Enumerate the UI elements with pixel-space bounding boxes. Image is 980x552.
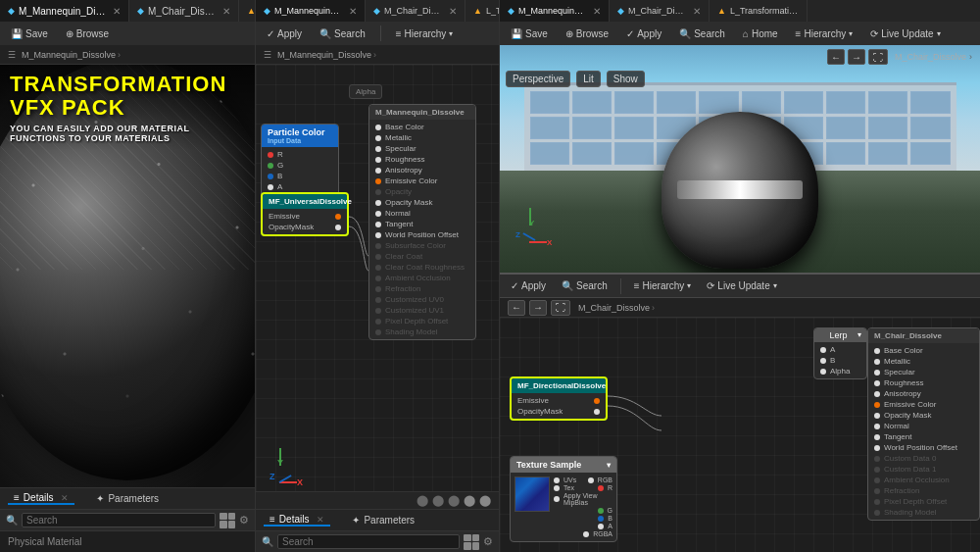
- nav-fwd-btn[interactable]: →: [848, 49, 865, 65]
- node-graph-right[interactable]: Lerp ▾ A B Alpha M_Chair_Dissolve: [500, 318, 980, 552]
- grid-view-btn-mid[interactable]: [464, 534, 479, 550]
- promo-subtitle: YOU CAN EASILY ADD OUR MATERIAL FUNCTION…: [10, 124, 245, 143]
- m-chair-node[interactable]: M_Chair_Dissolve Base Color Metallic Spe…: [867, 327, 980, 521]
- m-mannequin-header: M_Mannequin_Dissolve: [369, 105, 475, 120]
- details-tab-mid[interactable]: ≡ Details ✕: [264, 514, 330, 527]
- chair-refract: Refraction: [868, 485, 979, 496]
- alpha-label: Alpha: [356, 87, 375, 96]
- dot-c-spec: [874, 370, 880, 376]
- tab-vfx-mid[interactable]: ▲ L_TransformationVFX: [466, 0, 500, 22]
- output-roughness: Roughness: [369, 154, 475, 165]
- nav-back-br[interactable]: ←: [508, 300, 525, 316]
- dot-bc: [375, 125, 381, 130]
- tab-mannequin-mid[interactable]: ◆ M_Mannequin_Dissolve ✕: [256, 0, 366, 22]
- tab-close-right-1[interactable]: ✕: [593, 6, 601, 17]
- nav-back-btn[interactable]: ←: [827, 49, 845, 65]
- icon-circle-1[interactable]: ⬤: [416, 494, 428, 507]
- icon-circle-2[interactable]: ⬤: [432, 494, 444, 507]
- tab-close-right-2[interactable]: ✕: [693, 6, 701, 17]
- tex-rgba-out: RGBA: [583, 530, 612, 537]
- search-button-right[interactable]: 🔍 Search: [674, 26, 730, 41]
- search-row-left: 🔍 ⚙: [0, 509, 255, 530]
- tab-chair-right[interactable]: ◆ M_Chair_Dissolve ✕: [610, 0, 710, 22]
- search-btn-bottom-right[interactable]: 🔍 Search: [557, 278, 612, 293]
- lerp-title: Lerp: [829, 330, 847, 340]
- dot-opm: [375, 200, 381, 206]
- apply-button-right[interactable]: ✓ Apply: [621, 26, 666, 41]
- hierarchy-btn-br[interactable]: ≡ Hierarchy ▾: [629, 278, 697, 293]
- live-update-btn-right[interactable]: ⟳ Live Update ▾: [865, 26, 945, 41]
- right-top-toolbar: 💾 Save ⊕ Browse ✓ Apply 🔍 Search ⌂ H: [500, 22, 980, 45]
- node-graph-left[interactable]: Alpha Particle Color Input Data R G B A …: [256, 65, 499, 509]
- hierarchy-btn-right[interactable]: ≡ Hierarchy ▾: [791, 26, 858, 41]
- tab-vfx-right[interactable]: ▲ L_TransformationVFX: [710, 0, 808, 22]
- perspective-button[interactable]: Perspective: [506, 71, 570, 87]
- mf-directional-node[interactable]: MF_DirectionalDissolve Emissive OpacityM…: [510, 376, 608, 421]
- mf-directional-header: MF_DirectionalDissolve: [512, 378, 606, 393]
- viewport-3d[interactable]: Perspective Lit Show ← → ⛶ M_Chair_Disso…: [500, 45, 980, 273]
- tab-chair-dissolve-left[interactable]: ◆ M_Chair_Dissolve ✕: [129, 0, 239, 22]
- tab-mannequin-dissolve-left[interactable]: ◆ M_Mannequin_Dissolve ✕: [0, 0, 129, 22]
- parameters-tab-left[interactable]: ✦ Parameters: [90, 493, 165, 504]
- tab-chair-mid[interactable]: ◆ M_Chair_Dissolve ✕: [366, 0, 466, 22]
- icon-circle-3[interactable]: ⬤: [448, 494, 460, 507]
- texture-sample-node[interactable]: Texture Sample ▾ UVsRGB TexR Apply View …: [510, 456, 617, 542]
- search-button-mid[interactable]: 🔍 Search: [315, 26, 370, 41]
- grid-cell-mid-4: [472, 542, 480, 550]
- parameters-tab-mid[interactable]: ✦ Parameters: [346, 515, 420, 526]
- tab-close-mid-1[interactable]: ✕: [349, 6, 357, 17]
- mf-universal-node[interactable]: MF_UniversalDissolve Emissive OpacityMas…: [261, 192, 349, 236]
- browse-button-right[interactable]: ⊕ Browse: [561, 26, 613, 41]
- window-pane: [910, 142, 950, 165]
- lerp-node[interactable]: Lerp ▾ A B Alpha: [813, 327, 867, 379]
- apply-button-mid[interactable]: ✓ Apply: [262, 26, 307, 41]
- nav-fwd-br[interactable]: →: [529, 300, 547, 316]
- breadcrumb-label-br: M_Chair_Dissolve: [578, 303, 650, 313]
- details-icon-left: ≡: [14, 492, 20, 503]
- settings-icon-left[interactable]: ⚙: [239, 514, 249, 527]
- icon-circle-4[interactable]: ⬤: [464, 494, 475, 507]
- m-mannequin-node[interactable]: M_Mannequin_Dissolve Base Color Metallic…: [368, 104, 476, 340]
- bottom-tab-bar-mid: ≡ Details ✕ ✦ Parameters: [256, 509, 499, 530]
- save-button-right[interactable]: 💾 Save: [506, 26, 553, 41]
- lit-button[interactable]: Lit: [576, 71, 601, 87]
- details-tab-left[interactable]: ≡ Details ✕: [8, 492, 74, 505]
- search-label-br: Search: [576, 280, 608, 291]
- tab-close-mid-2[interactable]: ✕: [449, 6, 457, 17]
- hierarchy-btn-mid[interactable]: ≡ Hierarchy ▾: [391, 26, 459, 41]
- search-input-left[interactable]: [22, 513, 216, 527]
- menu-icon-left: ☰: [8, 50, 16, 60]
- params-icon-mid: ✦: [352, 515, 360, 526]
- mf-dir-op-label: OpacityMask: [517, 407, 563, 416]
- status-bar-left: Physical Material: [0, 530, 255, 552]
- output-refract: Refraction: [369, 283, 475, 294]
- show-button[interactable]: Show: [607, 71, 645, 87]
- details-close-left[interactable]: ✕: [61, 493, 69, 503]
- icon-circle-5[interactable]: ⬤: [479, 494, 491, 507]
- settings-icon-mid[interactable]: ⚙: [483, 535, 493, 548]
- dot-c-norm: [874, 424, 880, 429]
- grid-cell-4: [228, 521, 236, 528]
- browse-button-left[interactable]: ⊕ Browse: [61, 26, 114, 41]
- tab-mannequin-right[interactable]: ◆ M_Mannequin_Dissolve ✕: [500, 0, 610, 22]
- tab-close-left-2[interactable]: ✕: [222, 6, 230, 17]
- search-input-mid[interactable]: [277, 534, 460, 549]
- tab-label-right-2: M_Chair_Dissolve: [628, 6, 687, 16]
- dot-r: [268, 152, 273, 158]
- nav-maximize-btn[interactable]: ⛶: [868, 49, 888, 65]
- alpha-node[interactable]: Alpha: [349, 84, 382, 99]
- dot-wpo: [375, 232, 381, 238]
- node-row-b: B: [262, 171, 338, 181]
- home-button-right[interactable]: ⌂ Home: [738, 26, 783, 41]
- tab-close-left-1[interactable]: ✕: [113, 6, 121, 17]
- save-button-left[interactable]: 💾 Save: [6, 26, 53, 41]
- apply-btn-bottom-right[interactable]: ✓ Apply: [506, 278, 551, 293]
- nav-maximize-br[interactable]: ⛶: [551, 300, 570, 316]
- grid-view-btn-left[interactable]: [220, 513, 235, 528]
- dot-c-shd: [874, 510, 880, 516]
- live-update-btn-br[interactable]: ⟳ Live Update ▾: [702, 278, 781, 293]
- chair-object-3d: [662, 112, 818, 269]
- texture-content: UVsRGB TexR Apply View MipBias G B A RGB…: [511, 473, 616, 541]
- details-close-mid[interactable]: ✕: [317, 515, 324, 525]
- tab-vfx-left[interactable]: ▲ L_TransformationVFX: [239, 0, 255, 22]
